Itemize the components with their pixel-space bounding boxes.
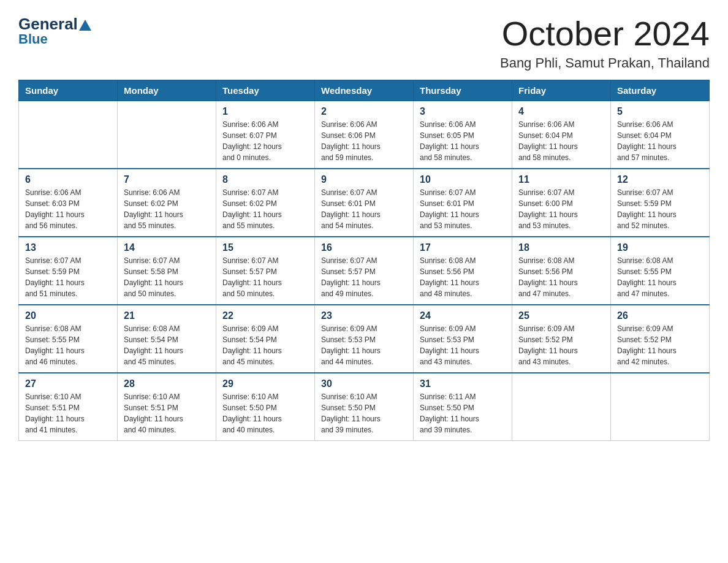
- day-info: Sunrise: 6:07 AMSunset: 6:01 PMDaylight:…: [420, 187, 506, 231]
- calendar-cell: 2Sunrise: 6:06 AMSunset: 6:06 PMDaylight…: [315, 101, 414, 169]
- main-title: October 2024: [500, 15, 710, 53]
- day-number: 28: [124, 378, 210, 389]
- header-sunday: Sunday: [19, 80, 118, 101]
- calendar-cell: 10Sunrise: 6:07 AMSunset: 6:01 PMDayligh…: [414, 169, 512, 237]
- day-number: 20: [25, 310, 111, 321]
- day-number: 18: [518, 242, 604, 253]
- title-block: October 2024 Bang Phli, Samut Prakan, Th…: [500, 15, 710, 71]
- day-number: 31: [420, 378, 506, 389]
- subtitle: Bang Phli, Samut Prakan, Thailand: [500, 55, 710, 71]
- day-info: Sunrise: 6:09 AMSunset: 5:54 PMDaylight:…: [222, 323, 308, 367]
- calendar-cell: 17Sunrise: 6:08 AMSunset: 5:56 PMDayligh…: [414, 237, 512, 305]
- header-tuesday: Tuesday: [216, 80, 315, 101]
- day-number: 10: [420, 174, 506, 185]
- day-number: 19: [617, 242, 703, 253]
- calendar-cell: 7Sunrise: 6:06 AMSunset: 6:02 PMDaylight…: [118, 169, 216, 237]
- day-number: 17: [420, 242, 506, 253]
- day-number: 29: [222, 378, 308, 389]
- calendar-week-3: 20Sunrise: 6:08 AMSunset: 5:55 PMDayligh…: [19, 305, 710, 373]
- day-info: Sunrise: 6:06 AMSunset: 6:04 PMDaylight:…: [617, 119, 703, 163]
- day-number: 27: [25, 378, 111, 389]
- day-info: Sunrise: 6:07 AMSunset: 5:57 PMDaylight:…: [321, 255, 407, 299]
- header-row: SundayMondayTuesdayWednesdayThursdayFrid…: [19, 80, 710, 101]
- day-info: Sunrise: 6:07 AMSunset: 6:00 PMDaylight:…: [518, 187, 604, 231]
- day-info: Sunrise: 6:07 AMSunset: 5:58 PMDaylight:…: [124, 255, 210, 299]
- calendar-cell: 1Sunrise: 6:06 AMSunset: 6:07 PMDaylight…: [216, 101, 315, 169]
- calendar-week-0: 1Sunrise: 6:06 AMSunset: 6:07 PMDaylight…: [19, 101, 710, 169]
- calendar-cell: 9Sunrise: 6:07 AMSunset: 6:01 PMDaylight…: [315, 169, 414, 237]
- day-info: Sunrise: 6:09 AMSunset: 5:53 PMDaylight:…: [321, 323, 407, 367]
- calendar-week-2: 13Sunrise: 6:07 AMSunset: 5:59 PMDayligh…: [19, 237, 710, 305]
- day-info: Sunrise: 6:08 AMSunset: 5:54 PMDaylight:…: [124, 323, 210, 367]
- day-info: Sunrise: 6:07 AMSunset: 5:59 PMDaylight:…: [25, 255, 111, 299]
- day-number: 3: [420, 106, 506, 117]
- logo-blue-text: Blue: [18, 31, 48, 47]
- calendar-cell: 13Sunrise: 6:07 AMSunset: 5:59 PMDayligh…: [19, 237, 118, 305]
- logo-blue-label: Blue: [18, 31, 48, 47]
- calendar-cell: 5Sunrise: 6:06 AMSunset: 6:04 PMDaylight…: [611, 101, 710, 169]
- day-number: 13: [25, 242, 111, 253]
- day-info: Sunrise: 6:07 AMSunset: 5:57 PMDaylight:…: [222, 255, 308, 299]
- day-info: Sunrise: 6:06 AMSunset: 6:07 PMDaylight:…: [222, 119, 308, 163]
- day-number: 4: [518, 106, 604, 117]
- calendar-cell: 25Sunrise: 6:09 AMSunset: 5:52 PMDayligh…: [512, 305, 611, 373]
- day-number: 24: [420, 310, 506, 321]
- day-info: Sunrise: 6:06 AMSunset: 6:05 PMDaylight:…: [420, 119, 506, 163]
- day-info: Sunrise: 6:06 AMSunset: 6:03 PMDaylight:…: [25, 187, 111, 231]
- header-wednesday: Wednesday: [315, 80, 414, 101]
- day-info: Sunrise: 6:10 AMSunset: 5:51 PMDaylight:…: [25, 391, 111, 435]
- day-number: 1: [222, 106, 308, 117]
- day-info: Sunrise: 6:07 AMSunset: 6:01 PMDaylight:…: [321, 187, 407, 231]
- day-number: 25: [518, 310, 604, 321]
- day-info: Sunrise: 6:08 AMSunset: 5:56 PMDaylight:…: [518, 255, 604, 299]
- calendar-cell: 28Sunrise: 6:10 AMSunset: 5:51 PMDayligh…: [118, 373, 216, 441]
- calendar-cell: 22Sunrise: 6:09 AMSunset: 5:54 PMDayligh…: [216, 305, 315, 373]
- calendar-cell: 19Sunrise: 6:08 AMSunset: 5:55 PMDayligh…: [611, 237, 710, 305]
- day-number: 30: [321, 378, 407, 389]
- day-number: 7: [124, 174, 210, 185]
- day-info: Sunrise: 6:10 AMSunset: 5:50 PMDaylight:…: [321, 391, 407, 435]
- day-info: Sunrise: 6:10 AMSunset: 5:51 PMDaylight:…: [124, 391, 210, 435]
- day-info: Sunrise: 6:08 AMSunset: 5:55 PMDaylight:…: [617, 255, 703, 299]
- page-header: General Blue October 2024 Bang Phli, Sam…: [18, 15, 710, 71]
- calendar-cell: 23Sunrise: 6:09 AMSunset: 5:53 PMDayligh…: [315, 305, 414, 373]
- logo-triangle-icon: [79, 20, 91, 31]
- day-info: Sunrise: 6:07 AMSunset: 5:59 PMDaylight:…: [617, 187, 703, 231]
- calendar-cell: 8Sunrise: 6:07 AMSunset: 6:02 PMDaylight…: [216, 169, 315, 237]
- day-info: Sunrise: 6:06 AMSunset: 6:04 PMDaylight:…: [518, 119, 604, 163]
- day-number: 26: [617, 310, 703, 321]
- calendar-cell: 11Sunrise: 6:07 AMSunset: 6:00 PMDayligh…: [512, 169, 611, 237]
- header-monday: Monday: [118, 80, 216, 101]
- day-info: Sunrise: 6:06 AMSunset: 6:06 PMDaylight:…: [321, 119, 407, 163]
- day-number: 5: [617, 106, 703, 117]
- calendar-cell: [512, 373, 611, 441]
- day-info: Sunrise: 6:07 AMSunset: 6:02 PMDaylight:…: [222, 187, 308, 231]
- calendar-cell: 26Sunrise: 6:09 AMSunset: 5:52 PMDayligh…: [611, 305, 710, 373]
- day-number: 14: [124, 242, 210, 253]
- calendar-cell: 14Sunrise: 6:07 AMSunset: 5:58 PMDayligh…: [118, 237, 216, 305]
- day-info: Sunrise: 6:10 AMSunset: 5:50 PMDaylight:…: [222, 391, 308, 435]
- calendar-cell: 3Sunrise: 6:06 AMSunset: 6:05 PMDaylight…: [414, 101, 512, 169]
- day-number: 9: [321, 174, 407, 185]
- day-number: 21: [124, 310, 210, 321]
- day-number: 2: [321, 106, 407, 117]
- calendar-cell: 29Sunrise: 6:10 AMSunset: 5:50 PMDayligh…: [216, 373, 315, 441]
- day-number: 23: [321, 310, 407, 321]
- calendar-cell: [611, 373, 710, 441]
- day-info: Sunrise: 6:09 AMSunset: 5:52 PMDaylight:…: [518, 323, 604, 367]
- day-number: 16: [321, 242, 407, 253]
- calendar-cell: 12Sunrise: 6:07 AMSunset: 5:59 PMDayligh…: [611, 169, 710, 237]
- calendar-week-4: 27Sunrise: 6:10 AMSunset: 5:51 PMDayligh…: [19, 373, 710, 441]
- day-info: Sunrise: 6:09 AMSunset: 5:53 PMDaylight:…: [420, 323, 506, 367]
- calendar-cell: 24Sunrise: 6:09 AMSunset: 5:53 PMDayligh…: [414, 305, 512, 373]
- calendar-cell: [118, 101, 216, 169]
- calendar-cell: 30Sunrise: 6:10 AMSunset: 5:50 PMDayligh…: [315, 373, 414, 441]
- calendar-cell: 16Sunrise: 6:07 AMSunset: 5:57 PMDayligh…: [315, 237, 414, 305]
- calendar-cell: 21Sunrise: 6:08 AMSunset: 5:54 PMDayligh…: [118, 305, 216, 373]
- calendar-cell: 18Sunrise: 6:08 AMSunset: 5:56 PMDayligh…: [512, 237, 611, 305]
- day-number: 15: [222, 242, 308, 253]
- calendar-header: SundayMondayTuesdayWednesdayThursdayFrid…: [19, 80, 710, 101]
- calendar-cell: 20Sunrise: 6:08 AMSunset: 5:55 PMDayligh…: [19, 305, 118, 373]
- calendar-cell: 6Sunrise: 6:06 AMSunset: 6:03 PMDaylight…: [19, 169, 118, 237]
- day-number: 6: [25, 174, 111, 185]
